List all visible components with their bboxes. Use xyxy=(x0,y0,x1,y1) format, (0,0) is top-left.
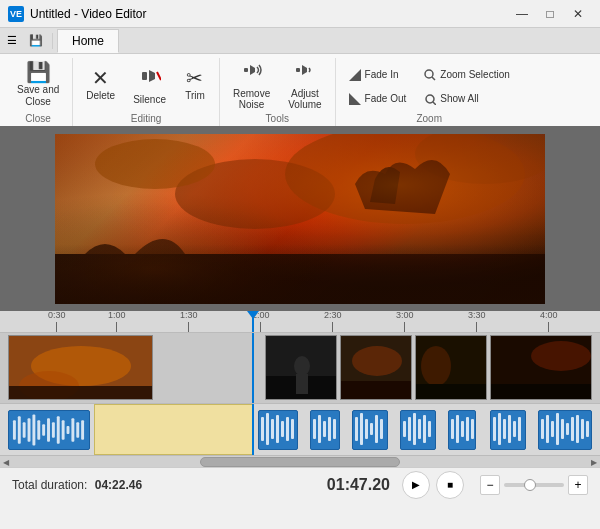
title-bar: VE Untitled - Video Editor — □ ✕ xyxy=(0,0,600,28)
timeline-area[interactable]: 0:30 1:00 1:30 2:00 2:30 3:00 xyxy=(0,311,600,467)
clip-5[interactable] xyxy=(490,335,592,400)
svg-rect-49 xyxy=(261,417,264,441)
group-label-zoom: Zoom xyxy=(416,113,442,124)
audio-block-1[interactable] xyxy=(8,410,90,450)
tab-home[interactable]: Home xyxy=(57,29,119,53)
trim-label: Trim xyxy=(185,90,205,101)
svg-marker-5 xyxy=(349,93,361,105)
status-bar: Total duration: 04:22.46 01:47.20 ▶ ■ − … xyxy=(0,467,600,501)
group-label-editing: Editing xyxy=(131,113,162,124)
svg-rect-90 xyxy=(571,417,574,441)
video-track[interactable] xyxy=(0,333,600,403)
svg-rect-36 xyxy=(23,422,26,438)
clip-3[interactable] xyxy=(340,335,412,400)
svg-rect-33 xyxy=(491,384,592,400)
zoom-slider[interactable] xyxy=(504,483,564,487)
remove-noise-button[interactable]: RemoveNoise xyxy=(226,59,277,111)
clip-1[interactable] xyxy=(8,335,153,400)
audio-block-5[interactable] xyxy=(400,410,436,450)
ruler-mark-400: 4:00 xyxy=(540,311,558,332)
svg-rect-47 xyxy=(76,422,79,438)
audio-block-6[interactable] xyxy=(448,410,476,450)
zoom-slider-thumb[interactable] xyxy=(524,479,536,491)
playback-controls: ▶ ■ xyxy=(402,471,464,499)
svg-marker-4 xyxy=(349,69,361,81)
clip-2[interactable] xyxy=(265,335,337,400)
scrollbar-right-button[interactable]: ▶ xyxy=(588,456,600,468)
svg-rect-0 xyxy=(142,72,147,80)
svg-rect-53 xyxy=(281,421,284,437)
svg-rect-76 xyxy=(466,417,469,441)
play-button[interactable]: ▶ xyxy=(402,471,430,499)
audio-block-3[interactable] xyxy=(310,410,340,450)
ribbon-group-editing-items: ✕ Delete Silence ✂ Trim xyxy=(79,58,213,111)
svg-rect-72 xyxy=(428,421,431,437)
waveform-svg-6 xyxy=(449,411,475,447)
audio-highlight-block[interactable] xyxy=(94,404,254,455)
trim-button[interactable]: ✂ Trim xyxy=(177,59,213,111)
svg-rect-87 xyxy=(556,413,559,445)
time-ruler[interactable]: 0:30 1:00 1:30 2:00 2:30 3:00 xyxy=(0,311,600,333)
ribbon-group-close: 💾 Save andClose Close xyxy=(4,58,73,126)
svg-rect-88 xyxy=(561,419,564,439)
audio-block-2[interactable] xyxy=(258,410,298,450)
svg-rect-41 xyxy=(47,418,50,441)
minimize-button[interactable]: — xyxy=(508,0,536,28)
svg-rect-50 xyxy=(266,413,269,445)
silence-button[interactable]: Silence xyxy=(126,59,173,111)
waveform-svg-4 xyxy=(353,411,385,447)
svg-rect-71 xyxy=(423,415,426,443)
clip-4[interactable] xyxy=(415,335,487,400)
svg-rect-63 xyxy=(365,419,368,439)
scrollbar-left-button[interactable]: ◀ xyxy=(0,456,12,468)
zoom-in-button[interactable]: + xyxy=(568,475,588,495)
delete-icon: ✕ xyxy=(92,68,109,88)
waveform-svg-8 xyxy=(539,411,589,447)
svg-rect-56 xyxy=(313,419,316,439)
svg-rect-54 xyxy=(286,417,289,441)
playhead[interactable] xyxy=(252,311,254,332)
svg-rect-42 xyxy=(52,422,55,438)
svg-rect-77 xyxy=(471,419,474,439)
stop-button[interactable]: ■ xyxy=(436,471,464,499)
waveform-svg-1 xyxy=(11,412,87,448)
svg-rect-91 xyxy=(576,415,579,443)
audio-block-8[interactable] xyxy=(538,410,592,450)
show-all-button[interactable]: Show All xyxy=(417,88,516,110)
scrollbar-thumb[interactable] xyxy=(200,457,400,467)
fade-out-button[interactable]: Fade Out xyxy=(342,88,414,110)
svg-rect-82 xyxy=(513,421,516,437)
ribbon-group-tools: RemoveNoise AdjustVolume Tools xyxy=(220,58,336,126)
svg-rect-92 xyxy=(581,419,584,439)
waveform-svg-3 xyxy=(311,411,337,447)
svg-rect-80 xyxy=(503,419,506,439)
delete-button[interactable]: ✕ Delete xyxy=(79,59,122,111)
quick-access-menu[interactable]: ☰ xyxy=(1,30,23,52)
adjust-volume-button[interactable]: AdjustVolume xyxy=(281,59,328,111)
zoom-controls-status: − + xyxy=(480,475,588,495)
svg-rect-81 xyxy=(508,415,511,443)
zoom-selection-button[interactable]: Zoom Selection xyxy=(417,64,516,86)
horizontal-scrollbar[interactable]: ◀ ▶ xyxy=(0,455,600,467)
svg-rect-34 xyxy=(13,420,16,439)
audio-track[interactable] xyxy=(0,403,600,455)
ribbon-group-zoom-items: Fade In Fade Out Zoom Selection Show All xyxy=(342,58,517,111)
ruler-inner: 0:30 1:00 1:30 2:00 2:30 3:00 xyxy=(0,311,600,332)
svg-rect-43 xyxy=(57,416,60,443)
svg-point-6 xyxy=(425,70,433,78)
zoom-out-button[interactable]: − xyxy=(480,475,500,495)
clip-5-thumbnail xyxy=(491,336,592,400)
audio-block-4[interactable] xyxy=(352,410,388,450)
quick-save-button[interactable]: 💾 xyxy=(25,30,47,52)
maximize-button[interactable]: □ xyxy=(536,0,564,28)
svg-rect-24 xyxy=(296,374,308,394)
ribbon-group-editing: ✕ Delete Silence ✂ Trim Editing xyxy=(73,58,220,126)
save-close-button[interactable]: 💾 Save andClose xyxy=(10,59,66,111)
svg-rect-65 xyxy=(375,415,378,443)
group-label-tools: Tools xyxy=(266,113,289,124)
audio-block-7[interactable] xyxy=(490,410,526,450)
close-button[interactable]: ✕ xyxy=(564,0,592,28)
silence-icon xyxy=(139,65,161,92)
fade-in-button[interactable]: Fade In xyxy=(342,64,414,86)
svg-rect-68 xyxy=(408,417,411,441)
